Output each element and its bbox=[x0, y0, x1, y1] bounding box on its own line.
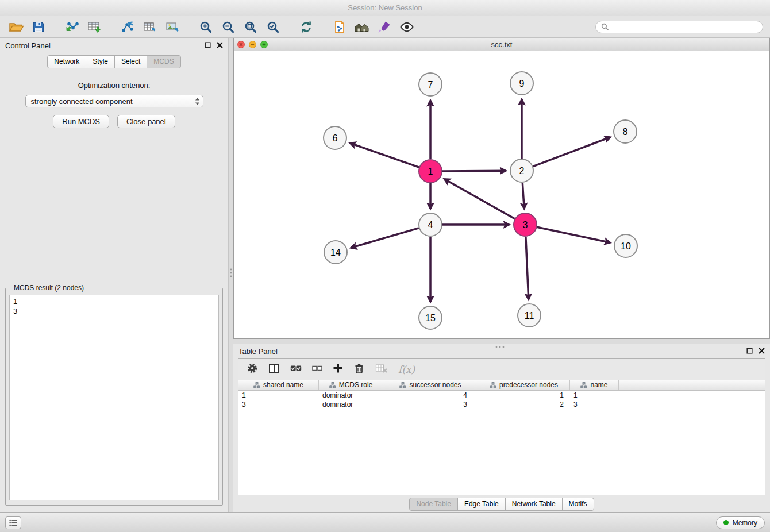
right-column: scc.txt 7968124314101511 Ta bbox=[233, 38, 770, 512]
delete-table-button[interactable] bbox=[375, 363, 388, 376]
node-6[interactable]: 6 bbox=[324, 126, 346, 149]
node-label: 11 bbox=[525, 311, 534, 321]
optimization-criterion-select[interactable]: strongly connected component bbox=[25, 95, 203, 107]
node-15[interactable]: 15 bbox=[419, 306, 442, 329]
float-panel-icon[interactable] bbox=[746, 347, 753, 356]
node-10[interactable]: 10 bbox=[614, 234, 637, 257]
select-all-button[interactable] bbox=[290, 363, 302, 376]
table-cell[interactable]: 3 bbox=[238, 400, 319, 408]
table-cell[interactable]: dominator bbox=[319, 391, 383, 399]
node-9[interactable]: 9 bbox=[510, 72, 533, 95]
run-mcds-button[interactable]: Run MCDS bbox=[53, 115, 109, 128]
apply-function-button[interactable]: f(x) bbox=[398, 364, 415, 375]
zoom-selected-button[interactable] bbox=[264, 18, 282, 36]
optimization-criterion-label: Optimization criterion: bbox=[0, 81, 228, 90]
import-table-button[interactable] bbox=[85, 18, 103, 36]
table-cell[interactable]: 4 bbox=[383, 391, 478, 399]
tab-motifs[interactable]: Motifs bbox=[562, 498, 594, 511]
zoom-out-button[interactable] bbox=[219, 18, 237, 36]
sort-hierarchy-icon bbox=[399, 382, 406, 388]
column-header-MCDS-role[interactable]: MCDS role bbox=[319, 380, 383, 390]
trash-icon bbox=[353, 363, 365, 374]
new-network-from-selection-button[interactable] bbox=[330, 18, 349, 36]
network-window-titlebar[interactable]: scc.txt bbox=[234, 38, 769, 51]
show-columns-button[interactable] bbox=[268, 363, 280, 376]
splitter-grip-icon bbox=[230, 268, 232, 280]
table-cell[interactable]: 1 bbox=[570, 391, 619, 399]
export-network-button[interactable] bbox=[118, 18, 137, 36]
zoom-fit-button[interactable] bbox=[241, 18, 260, 36]
float-panel-icon[interactable] bbox=[205, 41, 211, 50]
edge-2-3[interactable] bbox=[522, 183, 524, 209]
edge-3-11[interactable] bbox=[526, 237, 529, 299]
network-canvas[interactable]: 7968124314101511 bbox=[234, 51, 769, 338]
window-zoom-icon[interactable] bbox=[260, 41, 268, 48]
horizontal-splitter[interactable] bbox=[233, 339, 770, 344]
table-cell[interactable]: 3 bbox=[570, 400, 619, 408]
toolbar-separator bbox=[186, 20, 192, 34]
node-11[interactable]: 11 bbox=[518, 304, 541, 327]
column-header-shared-name[interactable]: shared name bbox=[238, 380, 319, 390]
column-header-predecessor-nodes[interactable]: predecessor nodes bbox=[478, 380, 570, 390]
node-4[interactable]: 4 bbox=[419, 213, 442, 236]
export-image-button[interactable] bbox=[163, 18, 182, 36]
column-header-name[interactable]: name bbox=[570, 380, 619, 390]
deselect-all-button[interactable] bbox=[312, 364, 322, 375]
task-history-button[interactable] bbox=[5, 516, 21, 529]
add-row-button[interactable] bbox=[333, 363, 343, 376]
node-1[interactable]: 1 bbox=[419, 160, 442, 183]
apply-style-button[interactable] bbox=[375, 18, 394, 36]
edge-4-14[interactable] bbox=[351, 228, 419, 248]
table-row[interactable]: 1dominator411 bbox=[238, 391, 765, 400]
zoom-in-button[interactable] bbox=[197, 18, 215, 36]
refresh-view-button[interactable] bbox=[297, 18, 315, 36]
sort-hierarchy-icon bbox=[329, 382, 336, 388]
search-input[interactable] bbox=[611, 23, 757, 31]
window-minimize-icon[interactable] bbox=[249, 41, 256, 48]
close-panel-icon[interactable] bbox=[217, 41, 223, 50]
mcds-result-text[interactable]: 1 3 bbox=[9, 295, 219, 500]
tab-network-table[interactable]: Network Table bbox=[505, 498, 563, 511]
zoom-in-icon bbox=[199, 20, 213, 34]
table-row[interactable]: 3dominator323 bbox=[238, 400, 765, 409]
table-cell[interactable]: 1 bbox=[238, 391, 319, 399]
tab-node-table[interactable]: Node Table bbox=[409, 498, 458, 511]
node-2[interactable]: 2 bbox=[510, 159, 533, 182]
edge-3-1[interactable] bbox=[444, 179, 514, 219]
export-network-icon bbox=[120, 20, 135, 34]
search-box[interactable] bbox=[595, 21, 763, 33]
edge-1-2[interactable] bbox=[442, 171, 506, 171]
first-neighbors-button[interactable] bbox=[353, 18, 371, 36]
column-header-successor-nodes[interactable]: successor nodes bbox=[383, 380, 478, 390]
node-7[interactable]: 7 bbox=[419, 73, 442, 96]
tab-edge-table[interactable]: Edge Table bbox=[457, 498, 506, 511]
vertical-splitter[interactable] bbox=[229, 38, 233, 512]
save-session-button[interactable] bbox=[29, 18, 48, 36]
table-toolbar: f(x) bbox=[238, 359, 765, 380]
network-window: scc.txt 7968124314101511 bbox=[233, 38, 770, 339]
close-panel-icon[interactable] bbox=[759, 347, 765, 356]
node-3[interactable]: 3 bbox=[514, 213, 537, 236]
node-8[interactable]: 8 bbox=[614, 120, 637, 143]
edge-3-10[interactable] bbox=[537, 227, 610, 242]
import-network-button[interactable] bbox=[63, 18, 81, 36]
edge-1-6[interactable] bbox=[350, 143, 419, 167]
export-table-button[interactable] bbox=[141, 18, 159, 36]
delete-row-button[interactable] bbox=[353, 363, 365, 376]
table-cell[interactable]: 2 bbox=[478, 400, 570, 408]
tab-mcds[interactable]: MCDS bbox=[147, 55, 180, 68]
tab-style[interactable]: Style bbox=[86, 55, 115, 68]
table-cell[interactable]: dominator bbox=[319, 400, 383, 408]
table-settings-button[interactable] bbox=[247, 363, 258, 376]
window-close-icon[interactable] bbox=[237, 41, 245, 48]
show-graphics-details-button[interactable] bbox=[398, 18, 416, 36]
edge-2-8[interactable] bbox=[533, 137, 610, 167]
memory-button[interactable]: Memory bbox=[716, 516, 765, 529]
table-cell[interactable]: 1 bbox=[478, 391, 570, 399]
node-14[interactable]: 14 bbox=[324, 241, 347, 264]
close-panel-button[interactable]: Close panel bbox=[117, 115, 175, 128]
tab-select[interactable]: Select bbox=[114, 55, 147, 68]
open-session-button[interactable] bbox=[7, 18, 25, 36]
table-cell[interactable]: 3 bbox=[383, 400, 478, 408]
tab-network[interactable]: Network bbox=[47, 55, 86, 68]
